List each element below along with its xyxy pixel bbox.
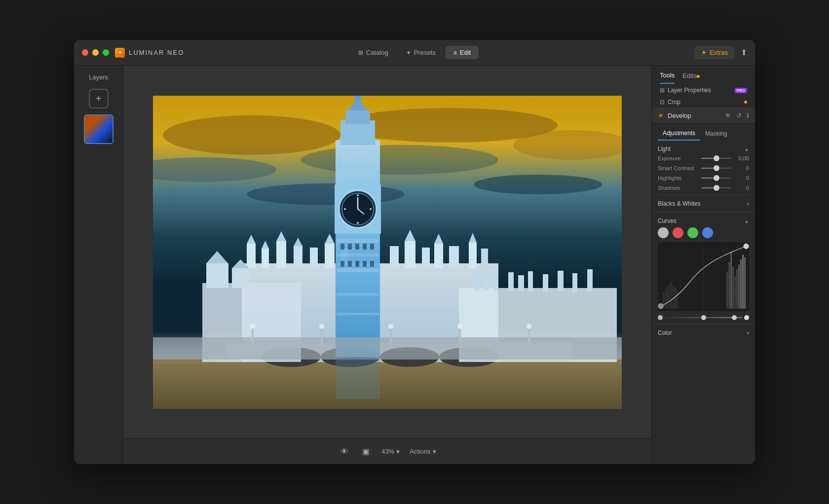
develop-info-button[interactable]: ℹ: [747, 112, 749, 119]
channel-blue-button[interactable]: [702, 227, 713, 238]
minimize-button[interactable]: [92, 49, 99, 56]
tab-edits[interactable]: Edits: [682, 72, 700, 84]
maximize-button[interactable]: [103, 49, 109, 56]
titlebar-nav: ⊞ Catalog ✦ Presets ≡ Edit: [350, 46, 479, 59]
crop-icon: ⊡: [660, 99, 665, 106]
svg-rect-59: [337, 313, 379, 315]
close-button[interactable]: [82, 49, 88, 56]
shadows-label: Shadows: [658, 185, 697, 191]
develop-header: ☀ Develop 👁 ↺ ℹ: [652, 108, 755, 124]
highlights-track[interactable]: [701, 178, 731, 179]
svg-rect-113: [677, 289, 678, 309]
highlights-thumb[interactable]: [714, 175, 719, 181]
crop-section[interactable]: ⊡ Crop: [652, 96, 755, 108]
tab-adjustments[interactable]: Adjustments: [658, 128, 700, 141]
share-icon: ⬆: [741, 48, 747, 57]
blacks-whites-title: Blacks & Whites: [658, 200, 701, 207]
svg-rect-58: [337, 293, 379, 296]
curves-range-track[interactable]: [665, 317, 742, 318]
svg-rect-25: [390, 246, 399, 268]
svg-rect-81: [528, 271, 533, 291]
channel-red-button[interactable]: [673, 227, 683, 238]
svg-rect-51: [345, 110, 370, 124]
highlights-slider-row: Highlights 0: [658, 175, 749, 181]
svg-rect-68: [363, 261, 367, 267]
nav-edit[interactable]: ≡ Edit: [446, 46, 479, 59]
curves-white-thumb[interactable]: [732, 315, 737, 320]
develop-reset-button[interactable]: ↺: [736, 112, 742, 119]
zoom-control[interactable]: 43% ▾: [381, 448, 400, 455]
actions-button[interactable]: Actions ▾: [410, 448, 436, 455]
svg-rect-21: [310, 248, 318, 268]
svg-rect-62: [355, 244, 359, 250]
layer-properties-section: ⊞ Layer Properties PRO: [652, 84, 755, 96]
visibility-toggle[interactable]: 👁: [339, 445, 350, 458]
svg-rect-111: [673, 286, 674, 309]
svg-rect-67: [355, 261, 359, 267]
channel-green-button[interactable]: [687, 227, 698, 238]
layers-icon: ⊞: [660, 87, 665, 94]
tab-tools[interactable]: Tools: [660, 72, 675, 84]
curves-header[interactable]: Curves ▲: [658, 213, 749, 227]
traffic-lights: [82, 49, 109, 56]
curves-white-point[interactable]: [744, 315, 749, 320]
svg-rect-108: [667, 287, 668, 309]
svg-rect-79: [508, 272, 514, 291]
smart-contrast-value: 0: [735, 165, 749, 171]
nav-presets[interactable]: ✦ Presets: [398, 46, 444, 59]
exposure-slider-row: Exposure 0,00: [658, 155, 749, 161]
extras-button[interactable]: ✦ Extras: [694, 46, 735, 59]
shadows-track[interactable]: [701, 187, 731, 188]
presets-icon: ✦: [406, 49, 411, 56]
shadows-slider-row: Shadows 0: [658, 185, 749, 191]
shadows-thumb[interactable]: [714, 185, 719, 191]
edits-badge: [697, 75, 700, 78]
svg-rect-110: [671, 282, 672, 309]
blacks-whites-header[interactable]: Blacks & Whites ▾: [658, 195, 749, 212]
color-header[interactable]: Color ▾: [658, 324, 749, 341]
svg-rect-13: [247, 244, 256, 268]
channel-master-button[interactable]: [658, 227, 669, 238]
blacks-whites-collapse-icon: ▾: [747, 201, 749, 207]
actions-chevron-icon: ▾: [433, 448, 436, 455]
svg-rect-55: [337, 239, 379, 243]
svg-rect-15: [262, 249, 269, 268]
svg-rect-57: [337, 268, 379, 272]
curves-midpoint-thumb[interactable]: [701, 315, 706, 320]
svg-rect-32: [469, 243, 477, 268]
light-section-header[interactable]: Light ▲: [658, 141, 749, 155]
edit-icon: ≡: [453, 49, 457, 56]
exposure-thumb[interactable]: [714, 155, 719, 161]
add-layer-button[interactable]: +: [89, 89, 109, 108]
svg-rect-118: [734, 277, 736, 309]
catalog-icon: ⊞: [358, 49, 363, 56]
curves-graph[interactable]: [658, 242, 749, 311]
share-button[interactable]: ⬆: [741, 48, 747, 57]
svg-rect-95: [528, 327, 530, 345]
svg-rect-115: [728, 262, 730, 308]
svg-rect-60: [340, 244, 344, 250]
smart-contrast-thumb[interactable]: [714, 165, 719, 171]
develop-title: Develop: [668, 112, 721, 119]
color-title: Color: [658, 329, 672, 336]
panel-content[interactable]: Light ▲ Exposure 0,00 Smart: [652, 141, 755, 464]
exposure-track[interactable]: [701, 158, 731, 159]
svg-rect-120: [738, 264, 740, 309]
svg-rect-76: [474, 273, 480, 290]
compare-button[interactable]: ▣: [360, 445, 372, 458]
layer-properties-label: Layer Properties: [668, 87, 732, 94]
light-section: Light ▲ Exposure 0,00 Smart: [652, 141, 755, 191]
svg-rect-71: [206, 263, 228, 288]
nav-catalog[interactable]: ⊞ Catalog: [350, 46, 396, 59]
svg-rect-17: [276, 241, 286, 268]
svg-rect-29: [434, 244, 443, 268]
curves-black-point[interactable]: [658, 315, 663, 320]
tab-masking[interactable]: Masking: [700, 128, 732, 141]
layer-thumbnail[interactable]: [84, 114, 113, 144]
develop-visibility-button[interactable]: 👁: [725, 112, 731, 119]
svg-rect-109: [669, 284, 670, 309]
svg-rect-78: [493, 277, 498, 291]
color-section: Color ▾: [652, 324, 755, 341]
svg-rect-87: [252, 327, 254, 345]
smart-contrast-track[interactable]: [701, 168, 731, 169]
